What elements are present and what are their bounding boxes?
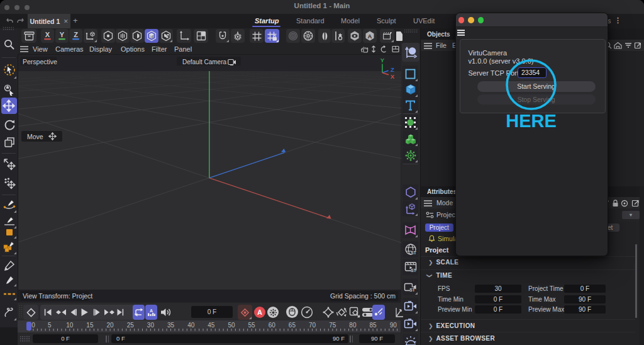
svg-text:ST: ST: [411, 268, 416, 273]
svg-text:ST: ST: [409, 288, 414, 292]
svg-text:Y: Y: [59, 31, 64, 38]
svg-text:Y: Y: [380, 57, 385, 64]
svg-text:ST: ST: [411, 251, 416, 255]
svg-text:Z: Z: [74, 31, 78, 38]
svg-text:A: A: [368, 33, 372, 40]
svg-text:Z: Z: [391, 66, 394, 73]
svg-text:X: X: [391, 73, 395, 80]
svg-text:X: X: [45, 31, 50, 38]
